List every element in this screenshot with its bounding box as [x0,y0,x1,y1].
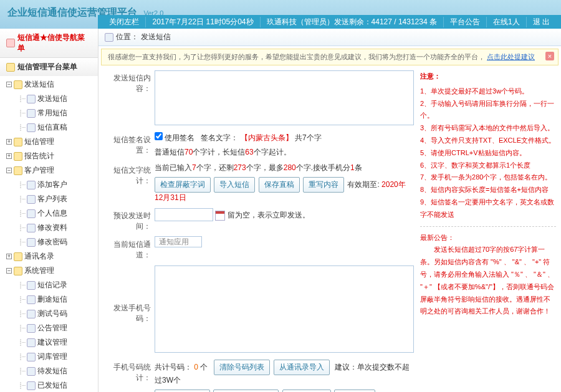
tree-contacts[interactable]: +通讯名录 [4,249,98,264]
crumb-page: 发送短信 [141,32,171,42]
notes-title: 注意： [420,70,556,83]
excel-import-button[interactable]: EXCEL文件导入 [213,390,279,392]
header-menu: 关闭左栏 2017年7月22日 11时05分04秒 玖通科技（管理员）发送剩余：… [98,15,561,29]
datetime-display: 2017年7月22日 11时05分04秒 [146,17,260,27]
banner-text: 很感谢您一直支持我们，为了让您得到更好的服务，希望您能提出宝贵的意见或建议，我们… [108,53,485,60]
announce-title: 最新公告： [420,232,556,244]
tree-sms-record[interactable]: ┊┈短信记录 [4,278,98,292]
star-icon [6,39,15,47]
char-stat: 当前已输入7个字，还剩273个字，最多280个字.接收手机分1条 [155,163,414,173]
tree-sent-sms[interactable]: ┊┈已发短信 [4,378,98,392]
tree-modify-pwd[interactable]: ┊┈修改密码 [4,235,98,249]
close-icon[interactable]: × [545,52,554,60]
page-icon [27,381,36,390]
main-content: 位置： 发送短信 很感谢您一直支持我们，为了让您得到更好的服务，希望您能提出宝贵… [98,29,561,392]
collapse-icon[interactable]: − [6,268,12,274]
txt-import-button[interactable]: TXT文件导入 [155,390,210,392]
collapse-icon[interactable]: − [6,82,12,87]
note-item: 3、所有号码需写入本地的文件中然后导入。 [420,122,556,135]
tree-send-sms[interactable]: −发送短信 [4,77,98,92]
tree-line: ┊┈ [19,325,25,332]
tree-line: ┊┈ [19,353,25,360]
page-icon [27,95,36,103]
note-item: 8、短信内容实际长度=短信签名+短信内容 [420,184,556,196]
tree-lexicon-mgmt[interactable]: ┊┈词库管理 [4,350,98,364]
sms-form: 发送短信内容： 短信签名设置： 使用签名 签名文字： 【内蒙古头条】 共7个字 … [103,70,414,392]
nav-title: 短信通★信使导航菜单 [0,29,98,58]
sms-limit-info: 普通短信70个字计，长短信63个字起计。 [155,147,414,158]
folder-icon [14,267,22,275]
import-sms-button[interactable]: 导入短信 [214,177,255,193]
note-item: 1、单次提交最好不超过3w个号码。 [420,85,556,98]
channel-select[interactable]: 通知应用 [155,236,202,247]
expand-icon[interactable]: + [6,139,12,145]
segment-import-button[interactable]: 从号段导入 [282,390,331,392]
online-count: 在线1人 [487,17,527,27]
sign-label: 短信签名设置： [103,132,155,156]
sms-content-input[interactable] [155,70,414,125]
expand-icon[interactable]: + [6,153,12,159]
note-item: 9、短信签名一定要用中文名字，英文名或数字不能发送 [420,196,556,221]
tree-line: ┊┈ [19,382,25,389]
calendar-icon[interactable] [215,211,225,221]
clear-numbers-button[interactable]: 清除号码列表 [214,360,270,375]
page-icon [27,181,36,189]
tree-line: ┊┈ [19,339,25,346]
filter-dup-button[interactable]: 过滤重号 [334,390,375,392]
header: 企业短信通信使运营管理平台 Ver2.0 关闭左栏 2017年7月22日 11时… [0,0,561,29]
page-icon [27,338,36,347]
preset-time-input[interactable] [155,208,213,221]
tree-personal-info[interactable]: ┊┈个人信息 [4,206,98,221]
announce-body: 发送长短信超过70字的按67字计算一条。另如短信内容含有 "%" 、 "&" 、… [420,244,556,318]
tree-del-sms[interactable]: ┊┈删途短信 [4,292,98,307]
notes-panel: 注意： 1、单次提交最好不超过3w个号码。 2、手动输入号码请用回车换行分隔，一… [420,70,556,392]
tree-line: ┊┈ [19,239,25,246]
location-icon [105,33,113,42]
page-icon [27,324,36,333]
page-icon [27,367,36,376]
channel-label: 当前短信通道： [103,237,155,261]
folder-icon [14,80,22,89]
tree-customer-mgmt[interactable]: −客户管理 [4,163,98,178]
tree-system-mgmt[interactable]: −系统管理 [4,264,98,278]
mobile-numbers-input[interactable] [155,265,414,353]
tree-common-sms[interactable]: ┊┈常用短信 [4,106,98,120]
crumb-label: 位置： [116,32,138,42]
expand-icon[interactable]: + [6,254,12,259]
check-words-button[interactable]: 检查屏蔽字词 [155,177,211,193]
note-item: 5、请使用CTRL+V粘贴短信内容。 [420,147,556,160]
reset-content-button[interactable]: 重写内容 [303,177,344,193]
collapse-icon[interactable]: − [6,168,12,173]
tree-report-stat[interactable]: +报告统计 [4,149,98,163]
valid-label: 有效期至: [347,180,379,189]
logout-button[interactable]: 退 出 [527,17,556,27]
breadcrumb: 位置： 发送短信 [98,29,561,46]
tree-test-number[interactable]: ┊┈测试号码 [4,307,98,321]
tree-customer-list[interactable]: ┊┈客户列表 [4,192,98,206]
total-count: 0 [194,363,198,371]
tree-sms-draft[interactable]: ┊┈短信直稿 [4,120,98,135]
tree-line: ┊┈ [19,181,25,188]
banner-link[interactable]: 点击此处提建议 [487,53,535,60]
tree-announce-mgmt[interactable]: ┊┈公告管理 [4,321,98,335]
tree-modify-info[interactable]: ┊┈修改资料 [4,221,98,235]
sign-value: 【内蒙古头条】 [241,133,293,142]
close-left-button[interactable]: 关闭左栏 [103,17,146,27]
tree-pending-sms[interactable]: ┊┈待发短信 [4,364,98,378]
preset-hint: 留为空，表示立即发送。 [228,211,310,219]
page-icon [27,295,36,304]
tree-suggest-mgmt[interactable]: ┊┈建议管理 [4,335,98,350]
use-sign-checkbox[interactable]: 使用签名 [155,133,194,142]
save-draft-button[interactable]: 保存直稿 [259,177,300,193]
tree-line: ┊┈ [19,368,25,375]
platform-announce-button[interactable]: 平台公告 [444,17,487,27]
page-icon [27,281,36,290]
tree-send-sms-sub[interactable]: ┊┈发送短信 [4,92,98,106]
page-icon [27,195,36,204]
tree-line: ┊┈ [19,110,25,117]
note-item: 2、手动输入号码请用回车换行分隔，一行一个。 [420,98,556,123]
tree-line: ┊┈ [19,95,25,102]
tree-add-customer[interactable]: ┊┈添加客户 [4,178,98,192]
from-contacts-button[interactable]: 从通讯录导入 [274,360,330,375]
tree-sms-mgmt[interactable]: +短信管理 [4,135,98,149]
